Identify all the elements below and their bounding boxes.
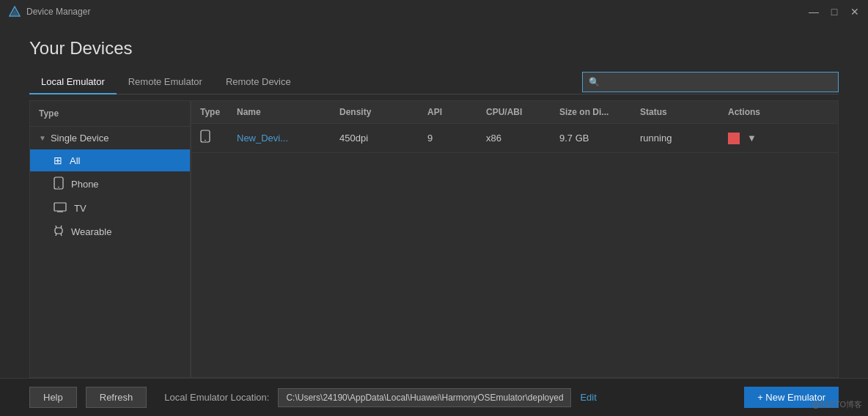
svg-line-10 (61, 234, 62, 236)
maximize-button[interactable]: □ (830, 7, 839, 16)
sidebar-type-header: Type (30, 101, 190, 127)
col-size: Size on Di... (559, 107, 640, 117)
device-actions: ▼ (728, 133, 829, 144)
titlebar: Device Manager — □ ✕ (0, 0, 868, 23)
tab-remote-emulator[interactable]: Remote Emulator (117, 70, 214, 94)
watermark: @51CTO博客 (812, 399, 862, 410)
edit-location-button[interactable]: Edit (580, 392, 596, 403)
main-content: Your Devices Local Emulator Remote Emula… (0, 23, 868, 416)
sidebar-item-label: TV (74, 203, 87, 214)
tab-local-emulator[interactable]: Local Emulator (29, 70, 117, 94)
table-row: New_Devi... 450dpi 9 x86 9.7 GB running … (191, 124, 838, 153)
svg-point-3 (58, 187, 59, 188)
search-icon: 🔍 (589, 77, 600, 87)
table-header: Type Name Density API CPU/ABI Size on Di… (191, 101, 838, 124)
sidebar-item-label: Wearable (71, 226, 111, 237)
help-button[interactable]: Help (29, 387, 77, 408)
header: Your Devices Local Emulator Remote Emula… (0, 23, 868, 94)
svg-point-12 (205, 140, 206, 141)
app-title: Device Manager (26, 7, 809, 17)
col-api: API (427, 107, 486, 117)
device-api: 9 (427, 133, 486, 144)
search-input[interactable] (604, 77, 832, 88)
sidebar-item-tv[interactable]: TV (30, 197, 190, 220)
stop-button[interactable] (728, 133, 740, 144)
col-status: Status (640, 107, 728, 117)
device-list: Type Name Density API CPU/ABI Size on Di… (191, 100, 839, 378)
svg-line-8 (61, 226, 62, 228)
device-size: 9.7 GB (559, 133, 640, 144)
col-actions: Actions (728, 107, 829, 117)
sidebar-group-single-device: ▼ Single Device (30, 127, 190, 149)
col-type: Type (200, 107, 237, 117)
sidebar-item-wearable[interactable]: Wearable (30, 220, 190, 244)
sidebar-item-phone[interactable]: Phone (30, 171, 190, 197)
col-name: Name (237, 107, 339, 117)
svg-rect-4 (54, 203, 66, 211)
sidebar: Type ▼ Single Device ⊞ All Phone (29, 100, 191, 378)
wearable-icon (54, 225, 64, 239)
footer: Help Refresh Local Emulator Location: Ed… (0, 378, 868, 416)
col-density: Density (339, 107, 427, 117)
close-button[interactable]: ✕ (850, 7, 859, 16)
svg-rect-6 (55, 228, 62, 234)
location-input[interactable] (278, 388, 571, 407)
actions-dropdown-icon[interactable]: ▼ (747, 133, 757, 144)
device-cpu: x86 (486, 133, 559, 144)
page-title: Your Devices (29, 38, 839, 59)
content-area: Type ▼ Single Device ⊞ All Phone (0, 94, 868, 378)
minimize-button[interactable]: — (809, 7, 818, 16)
all-icon: ⊞ (54, 155, 62, 166)
tab-bar: Local Emulator Remote Emulator Remote De… (29, 70, 839, 94)
refresh-button[interactable]: Refresh (86, 387, 147, 408)
device-name[interactable]: New_Devi... (237, 133, 339, 144)
window-controls: — □ ✕ (809, 7, 859, 16)
device-type-icon (200, 130, 237, 146)
device-density: 450dpi (339, 133, 427, 144)
tab-remote-device[interactable]: Remote Device (214, 70, 303, 94)
svg-line-7 (56, 226, 56, 228)
location-label: Local Emulator Location: (164, 392, 269, 403)
search-box: 🔍 (582, 72, 839, 92)
device-status: running (640, 133, 728, 144)
col-cpu: CPU/ABI (486, 107, 559, 117)
sidebar-item-label: All (70, 155, 80, 166)
phone-icon (54, 177, 64, 192)
sidebar-group-label: Single Device (51, 133, 109, 144)
sidebar-item-label: Phone (71, 179, 99, 190)
app-logo (9, 6, 21, 18)
sidebar-item-all[interactable]: ⊞ All (30, 149, 190, 171)
chevron-down-icon: ▼ (39, 134, 46, 142)
svg-line-9 (56, 234, 56, 236)
tv-icon (54, 202, 67, 215)
